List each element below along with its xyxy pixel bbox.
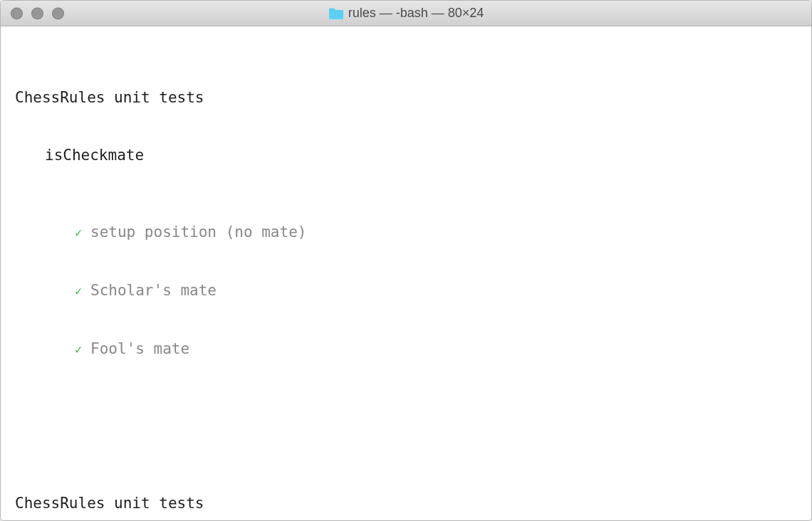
test-result: ✓ setup position (no mate) [5,223,806,243]
suite-title: isCheckmate [5,146,806,165]
traffic-lights [11,7,64,19]
close-button[interactable] [11,7,23,19]
zoom-button[interactable] [52,7,64,19]
check-icon: ✓ [75,282,90,301]
test-result: ✓ Scholar's mate [5,281,806,301]
test-name: Fool's mate [90,340,189,359]
suite-title: ChessRules unit tests [5,494,806,513]
test-result: ✓ Fool's mate [5,340,806,359]
check-icon: ✓ [75,340,90,359]
window-title: rules — -bash — 80×24 [348,6,484,21]
window-title-group: rules — -bash — 80×24 [328,6,484,21]
minimize-button[interactable] [31,7,43,19]
terminal-window: rules — -bash — 80×24 ChessRules unit te… [0,0,812,521]
check-icon: ✓ [75,223,90,243]
test-name: setup position (no mate) [90,223,306,242]
blank-line [5,417,806,436]
terminal-output[interactable]: ChessRules unit tests isCheckmate ✓ setu… [1,26,811,520]
test-name: Scholar's mate [90,281,217,300]
suite-title: ChessRules unit tests [5,88,806,107]
titlebar[interactable]: rules — -bash — 80×24 [1,1,811,26]
folder-icon [328,7,344,20]
